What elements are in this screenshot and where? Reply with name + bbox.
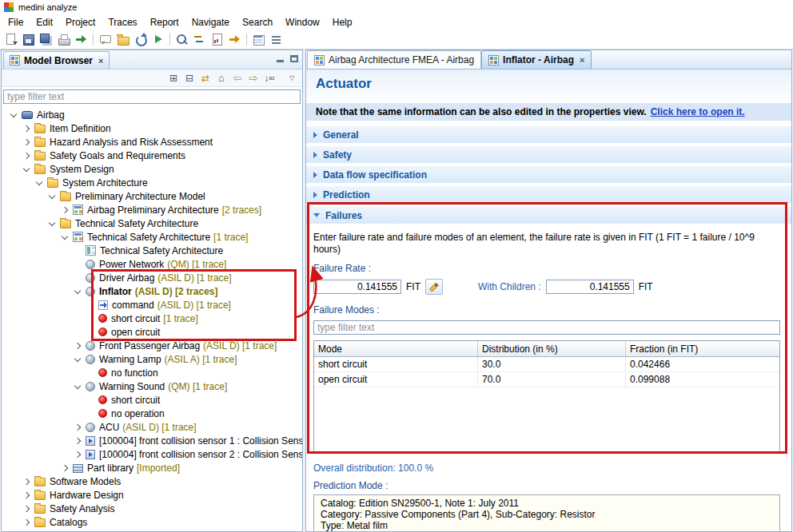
tree-item-safety-analysis[interactable]: Safety Analysis: [2, 502, 302, 515]
sort-icon[interactable]: [262, 71, 277, 85]
model-browser-tab[interactable]: Model Browser: [3, 51, 110, 69]
tree-item-command[interactable]: command(ASIL D) [1 trace]: [2, 298, 302, 312]
tree-item-short-circuit[interactable]: short circuit: [2, 393, 302, 407]
collapse-arrow-icon[interactable]: [74, 287, 81, 293]
save-all-icon[interactable]: [38, 31, 54, 48]
expand-arrow-icon[interactable]: [74, 423, 81, 430]
section-failures[interactable]: Failures: [306, 206, 791, 224]
tree-item-safety-goals-and-requirements[interactable]: Safety Goals and Requirements: [2, 149, 302, 162]
expand-arrow-icon[interactable]: [74, 437, 81, 443]
menu-item-help[interactable]: Help: [326, 15, 359, 30]
tree-item-technical-safety-architecture[interactable]: Technical Safety Architecture: [2, 216, 302, 230]
view-menu-icon[interactable]: [285, 71, 299, 85]
expand-arrow-icon[interactable]: [74, 342, 81, 348]
table-row-open-circuit[interactable]: open circuit70.00.099088: [314, 372, 779, 387]
menu-item-navigate[interactable]: Navigate: [185, 15, 236, 30]
expand-arrow-icon[interactable]: [62, 464, 68, 470]
properties-icon[interactable]: [268, 31, 285, 48]
collapse-arrow-icon[interactable]: [49, 219, 55, 225]
close-icon[interactable]: [98, 56, 103, 66]
recalculate-icon[interactable]: [425, 279, 443, 295]
collapse-all-icon[interactable]: [182, 71, 197, 85]
expand-arrow-icon[interactable]: [23, 505, 30, 511]
save-icon[interactable]: [20, 31, 37, 48]
tree-item-preliminary-architecture-model[interactable]: Preliminary Architecture Model: [2, 189, 302, 203]
section-general[interactable]: General: [306, 125, 791, 143]
tree-item-part-library[interactable]: Part library[Imported]: [2, 461, 302, 474]
minimize-icon[interactable]: [277, 60, 284, 62]
expand-arrow-icon[interactable]: [62, 206, 68, 212]
forward-icon[interactable]: [246, 71, 261, 85]
tree-item-open-circuit[interactable]: open circuit: [2, 325, 302, 339]
tree-item-software-models[interactable]: Software Models: [2, 474, 302, 488]
new-icon[interactable]: [2, 31, 19, 48]
tree-item-warning-lamp[interactable]: Warning Lamp(ASIL A) [1 trace]: [2, 352, 302, 366]
report-icon[interactable]: [209, 31, 225, 48]
link-with-editor-icon[interactable]: [198, 71, 213, 85]
collapse-arrow-icon[interactable]: [36, 178, 42, 185]
tree-item-inflator[interactable]: Inflator(ASIL D) [2 traces]: [2, 284, 302, 298]
tree-item-technical-safety-architecture[interactable]: Technical Safety Architecture[1 trace]: [2, 230, 302, 244]
expand-arrow-icon[interactable]: [74, 451, 81, 457]
run-icon[interactable]: [149, 31, 166, 48]
column-header-distribution-in[interactable]: Distribution (in %): [478, 341, 626, 356]
editor-tab-inflator[interactable]: Inflator - Airbag: [481, 50, 592, 69]
failure-modes-filter-input[interactable]: [313, 320, 780, 335]
menu-item-traces[interactable]: Traces: [102, 15, 143, 30]
with-children-input[interactable]: [546, 280, 634, 294]
collapse-arrow-icon[interactable]: [49, 192, 55, 198]
tree-item-driver-airbag[interactable]: Driver Airbag(ASIL D) [1 trace]: [2, 271, 302, 284]
section-prediction[interactable]: Prediction: [306, 185, 791, 203]
table-row-short-circuit[interactable]: short circuit30.00.042466: [314, 357, 779, 372]
search-icon[interactable]: [173, 31, 190, 48]
collapse-arrow-icon[interactable]: [62, 232, 68, 239]
tree-item-power-network[interactable]: Power Network(QM) [1 trace]: [2, 257, 302, 271]
expand-arrow-icon[interactable]: [23, 491, 30, 498]
tree-item-short-circuit[interactable]: short circuit[1 trace]: [2, 312, 302, 325]
failure-rate-input[interactable]: [313, 280, 401, 294]
expand-arrow-icon[interactable]: [23, 125, 30, 131]
collapse-arrow-icon[interactable]: [74, 355, 81, 361]
tree-item-system-architecture[interactable]: System Architecture: [2, 176, 302, 189]
collapse-arrow-icon[interactable]: [74, 382, 81, 388]
collapse-arrow-icon[interactable]: [23, 165, 30, 171]
tree-item-hazard-analysis-and-risk-assessment[interactable]: Hazard Analysis and Risk Assessment: [2, 135, 302, 149]
tree-item-airbag[interactable]: Airbag: [2, 108, 302, 121]
column-header-fraction-in-fit[interactable]: Fraction (in FIT): [626, 341, 779, 356]
tree-item-100004-front-collision-sensor-1-collision-senso[interactable]: [100004] front collision sensor 1 : Coll…: [2, 434, 302, 447]
expand-arrow-icon[interactable]: [23, 152, 30, 158]
menu-item-file[interactable]: File: [2, 15, 30, 30]
tree-item-airbag-preliminary-architecture[interactable]: Airbag Preliminary Architecture[2 traces…: [2, 203, 302, 216]
maximize-icon[interactable]: [290, 55, 298, 62]
menu-item-project[interactable]: Project: [59, 15, 102, 30]
expand-arrow-icon[interactable]: [23, 138, 30, 145]
tree-item-item-definition[interactable]: Item Definition: [2, 121, 302, 135]
table-view-icon[interactable]: [250, 31, 267, 48]
export-icon[interactable]: [73, 31, 90, 48]
print-icon[interactable]: [55, 31, 72, 48]
tree-item-no-function[interactable]: no function: [2, 366, 302, 379]
column-header-mode[interactable]: Mode: [314, 341, 478, 356]
refresh-icon[interactable]: [132, 31, 149, 48]
menu-item-window[interactable]: Window: [279, 15, 326, 30]
tree-item-front-passenger-airbag[interactable]: Front Passenger Airbag(ASIL D) [1 trace]: [2, 339, 302, 352]
trace-matrix-icon[interactable]: [191, 31, 208, 48]
tree-item-acu[interactable]: ACU(ASIL D) [1 trace]: [2, 420, 302, 434]
editor-tab-fmea[interactable]: Airbag Architecture FMEA - Airbag: [307, 50, 481, 69]
close-icon[interactable]: [580, 55, 584, 65]
tree-item-catalogs[interactable]: Catalogs: [2, 515, 302, 529]
expand-arrow-icon[interactable]: [23, 518, 30, 525]
collapse-arrow-icon[interactable]: [10, 110, 17, 117]
tree-item-system-design[interactable]: System Design: [2, 162, 302, 176]
tree-item-hardware-design[interactable]: Hardware Design: [2, 488, 302, 502]
back-icon[interactable]: [230, 71, 245, 85]
navigate-icon[interactable]: [226, 31, 243, 48]
section-safety[interactable]: Safety: [306, 145, 791, 163]
menu-item-report[interactable]: Report: [144, 15, 185, 30]
open-folder-icon[interactable]: [114, 31, 131, 48]
comment-icon[interactable]: [97, 31, 114, 48]
tree-item-no-operation[interactable]: no operation: [2, 407, 302, 420]
expand-arrow-icon[interactable]: [23, 478, 30, 484]
tree-item-100004-front-collision-sensor-2-collision-senso[interactable]: [100004] front collision sensor 2 : Coll…: [2, 447, 302, 461]
home-icon[interactable]: [214, 71, 229, 85]
